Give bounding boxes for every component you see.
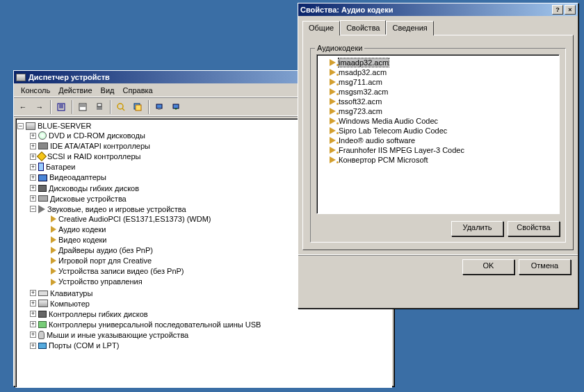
codec-icon xyxy=(330,156,336,163)
up-button[interactable] xyxy=(54,99,69,115)
tree-item-label: SCSI и RAID контроллеры xyxy=(47,152,140,161)
hdd-icon xyxy=(38,195,48,202)
tree-item-label: DVD и CD-ROM дисководы xyxy=(49,131,145,140)
props-title: Свойства: Аудио кодеки xyxy=(300,6,394,14)
expand-icon[interactable]: + xyxy=(30,143,36,149)
tree-item-label: Дисковые устройства xyxy=(50,195,127,203)
codec-icon xyxy=(330,137,336,144)
tree-item-label: Игровой порт для Creative xyxy=(58,256,152,265)
codec-label: msadp32.acm xyxy=(339,68,387,76)
sndsub-icon xyxy=(51,279,56,286)
nav-back-button[interactable]: ← xyxy=(15,99,31,115)
tab-general[interactable]: Общие xyxy=(302,21,340,35)
codec-item[interactable]: msadp32.acm xyxy=(320,67,556,77)
expand-icon[interactable]: + xyxy=(30,332,36,338)
tabstrip: Общие Свойства Сведения xyxy=(298,16,578,35)
menu-help[interactable]: Справка xyxy=(119,85,157,96)
sndsub-icon xyxy=(51,257,56,264)
svg-rect-3 xyxy=(97,104,102,106)
codec-item[interactable]: imaadp32.acm xyxy=(320,58,556,67)
tree-item-label: Драйверы аудио (без PnP) xyxy=(58,246,153,254)
expand-icon[interactable]: + xyxy=(30,321,36,327)
snd-icon xyxy=(38,205,45,213)
codec-properties-button[interactable]: Свойства xyxy=(508,221,560,236)
tree-item-label: Звуковые, видео и игровые устройства xyxy=(47,205,186,213)
properties-button[interactable] xyxy=(75,99,90,115)
codec-label: Indeo® audio software xyxy=(339,136,415,145)
svg-rect-6 xyxy=(136,105,141,111)
tree-node[interactable]: +Контроллеры гибких дисков xyxy=(30,309,390,319)
codec-properties-window: Свойства: Аудио кодеки ? × Общие Свойств… xyxy=(298,3,578,309)
codec-item[interactable]: tssoft32.acm xyxy=(320,97,556,106)
svg-rect-7 xyxy=(156,104,162,108)
sndsub-icon xyxy=(51,236,56,243)
codec-item[interactable]: msg723.acm xyxy=(320,106,556,116)
expand-icon[interactable]: + xyxy=(30,290,36,296)
tree-item-label: Creative AudioPCI (ES1371,ES1373) (WDM) xyxy=(58,215,211,223)
expand-icon[interactable]: + xyxy=(30,311,36,317)
nav-fwd-button[interactable]: → xyxy=(32,99,47,115)
expand-icon[interactable]: + xyxy=(30,154,36,160)
codec-item[interactable]: Sipro Lab Telecom Audio Codec xyxy=(320,126,556,136)
tree-node[interactable]: +Мыши и иные указывающие устройства xyxy=(30,329,390,340)
help-button[interactable]: ? xyxy=(552,5,563,15)
cancel-button[interactable]: Отмена xyxy=(519,259,571,275)
codec-item[interactable]: msgsm32.acm xyxy=(320,87,556,97)
sndsub-icon xyxy=(51,247,56,254)
tree-node[interactable]: +Контроллеры универсальной последователь… xyxy=(30,319,390,329)
refresh-button[interactable] xyxy=(130,99,145,115)
expand-icon[interactable]: + xyxy=(30,195,36,202)
codec-item[interactable]: Windows Media Audio Codec xyxy=(320,116,556,126)
tree-item-label: Клавиатуры xyxy=(50,289,92,297)
codec-icon xyxy=(330,59,336,66)
tab-properties[interactable]: Свойства xyxy=(340,20,386,35)
codec-label: Sipro Lab Telecom Audio Codec xyxy=(339,126,447,135)
expand-icon[interactable]: + xyxy=(30,343,36,349)
expand-icon[interactable]: + xyxy=(30,164,36,170)
menu-action[interactable]: Действие xyxy=(54,85,96,96)
delete-button[interactable]: Удалить xyxy=(451,221,503,236)
devmgr-title: Диспетчер устройств xyxy=(29,73,110,81)
codec-item[interactable]: Конвертор PCM Microsoft xyxy=(320,155,556,165)
codec-icon xyxy=(330,79,336,85)
ok-button[interactable]: OK xyxy=(462,259,514,275)
codec-item[interactable]: msg711.acm xyxy=(320,77,556,87)
close-button[interactable]: × xyxy=(565,5,576,15)
tree-item-label: Устройство управления xyxy=(58,278,143,286)
expand-icon[interactable]: + xyxy=(30,185,36,191)
codec-icon xyxy=(330,88,336,95)
sndsub-icon xyxy=(51,226,56,233)
tree-item-label: BLUE-SERVER xyxy=(38,122,91,130)
tab-panel: Аудиокодеки imaadp32.acmmsadp32.acmmsg71… xyxy=(302,35,574,250)
print-button[interactable] xyxy=(92,99,107,115)
kb-icon xyxy=(38,291,48,296)
menu-console[interactable]: Консоль xyxy=(17,85,54,96)
codec-label: Windows Media Audio Codec xyxy=(339,117,438,125)
expand-icon[interactable]: + xyxy=(30,133,36,139)
expand-icon[interactable]: + xyxy=(30,300,36,307)
expand-icon[interactable]: − xyxy=(30,206,36,212)
tree-node[interactable]: +Порты (COM и LPT) xyxy=(30,340,390,350)
codec-label: msg711.acm xyxy=(339,78,382,86)
expand-icon[interactable]: + xyxy=(30,174,36,181)
codec-item[interactable]: Indeo® audio software xyxy=(320,136,556,145)
codec-label: Конвертор PCM Microsoft xyxy=(339,156,428,164)
tree-item-label: Устройства записи видео (без PnP) xyxy=(58,267,184,275)
fd-icon xyxy=(38,311,47,318)
expand-icon[interactable]: − xyxy=(17,123,24,129)
codec-item[interactable]: Fraunhofer IIS MPEG Layer-3 Codec xyxy=(320,145,556,155)
svg-point-4 xyxy=(117,104,123,109)
uninstall-button[interactable] xyxy=(152,99,167,115)
port-icon xyxy=(38,343,47,349)
update-drv-button[interactable] xyxy=(168,99,184,115)
tab-details[interactable]: Сведения xyxy=(386,21,433,35)
props-titlebar: Свойства: Аудио кодеки ? × xyxy=(298,3,578,16)
pc-icon xyxy=(38,300,48,307)
batt-icon xyxy=(38,163,44,171)
codec-list[interactable]: imaadp32.acmmsadp32.acmmsg711.acmmsgsm32… xyxy=(316,54,560,214)
codec-icon xyxy=(330,69,336,76)
usb-icon xyxy=(38,321,47,328)
menu-view[interactable]: Вид xyxy=(97,85,119,96)
tree-item-label: Видеоадаптеры xyxy=(49,174,106,182)
scan-button[interactable] xyxy=(113,99,129,115)
